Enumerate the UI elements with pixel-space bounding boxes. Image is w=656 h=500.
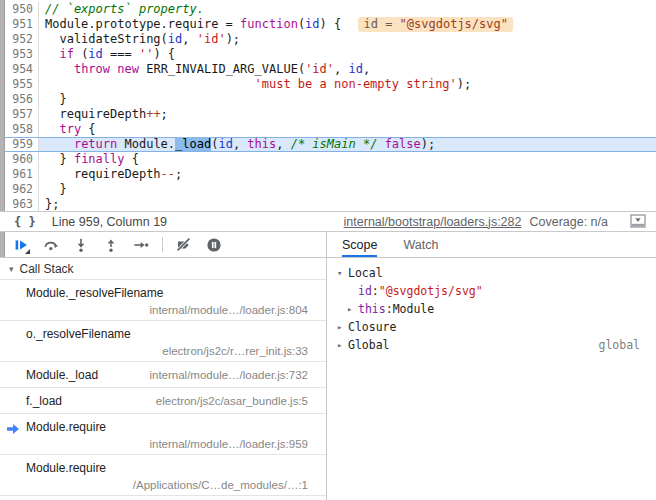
step-over-button[interactable] [42,237,60,253]
tree-expander-icon[interactable]: ▾ [337,264,348,282]
frame-location: internal/module…/loader.js:732 [149,369,308,381]
callstack-header[interactable]: ▾ Call Stack [0,258,326,280]
code-text[interactable]: Module.prototype.require = function(id) … [39,17,656,32]
line-number[interactable]: 957 [5,107,39,122]
callstack-pane: ▾ Call Stack Module._resolveFilenameinte… [0,232,327,500]
line-number[interactable]: 953 [5,47,39,62]
callstack-frame[interactable]: Module.requireinternal/module…/loader.js… [0,414,326,455]
code-text[interactable]: requireDepth++; [39,107,656,122]
code-token: , [182,32,196,46]
code-token: { [81,122,95,136]
tab-scope[interactable]: Scope [342,232,377,257]
callstack-frame[interactable]: f._loadelectron/js2c/asar_bundle.js:5 [0,388,326,414]
code-text[interactable]: return Module._load(id, this, /* isMain … [39,138,656,151]
resume-button[interactable] [12,237,30,253]
cursor-position-label: Line 959, Column 19 [52,215,167,229]
callstack-frame[interactable]: Module._resolveFilenameinternal/module…/… [0,280,326,321]
code-text[interactable]: requireDepth--; [39,167,656,182]
callstack-frame[interactable]: requireinternal/module…/loader.js:… [0,496,326,500]
scope-colon: : [386,300,393,318]
line-number[interactable]: 951 [5,17,39,32]
code-token: Module. [117,137,175,151]
source-editor[interactable]: 950// `exports` property.951Module.proto… [5,0,656,211]
callstack-frame[interactable]: o._resolveFilenameelectron/js2c/r…rer_in… [0,321,326,362]
tree-expander-icon[interactable]: ▸ [337,336,348,354]
code-text[interactable]: 'must be a non-empty string'); [39,77,656,92]
code-token: 'id' [197,32,226,46]
step-into-button[interactable] [72,237,90,253]
code-token [45,122,59,136]
code-text[interactable]: try { [39,122,656,137]
scope-node-closure[interactable]: ▸Closure [332,318,646,336]
code-token: try [59,122,81,136]
code-token: '' [139,47,153,61]
file-location-link[interactable]: internal/bootstrap/loaders.js:282 [344,215,522,229]
inline-eval-badge: id = "@svgdotjs/svg" [358,17,513,32]
scope-node-label: Closure [348,318,396,336]
code-token: /* isMain */ [291,137,378,151]
scope-node-value: Module [393,300,435,318]
line-number[interactable]: 963 [5,197,39,211]
code-token: throw [74,62,110,76]
code-text[interactable]: }; [39,197,656,211]
pause-on-exceptions-button[interactable] [205,237,223,253]
code-text[interactable]: // `exports` property. [39,2,656,17]
line-number[interactable]: 958 [5,122,39,137]
code-token [377,137,384,151]
step-button[interactable] [132,237,150,253]
debugger-toolbar [0,232,326,258]
code-text[interactable]: } [39,92,656,107]
tab-watch[interactable]: Watch [403,232,438,257]
code-line: 953 if (id === '') { [5,47,656,62]
code-token: ) { [320,17,349,31]
callstack-frame[interactable]: Module.require/Applications/C…de_modules… [0,455,326,496]
scope-node-global[interactable]: ▸Globalglobal [332,336,646,354]
scope-pane: Scope Watch ▾Localid: "@svgdotjs/svg"▸th… [327,232,656,500]
code-token: ++ [146,107,160,121]
line-number[interactable]: 952 [5,32,39,47]
code-token: , [363,62,370,76]
code-token: } [45,152,74,166]
code-text[interactable]: } finally { [39,152,656,167]
deactivate-breakpoints-button[interactable] [175,237,193,253]
scope-node-local[interactable]: ▾Local [332,264,646,282]
code-token: ); [457,77,471,91]
panel-toggle-icon[interactable] [630,214,646,230]
code-line: 963}; [5,197,656,211]
tree-expander-icon[interactable]: ▸ [337,318,348,336]
code-token: requireDepth [45,107,146,121]
code-token: finally [74,152,125,166]
execution-line: 959 return Module._load(id, this, /* isM… [5,137,656,152]
code-token: 'must be a non-empty string' [255,77,457,91]
code-token: _load [175,137,211,151]
current-frame-arrow-icon [6,423,20,435]
scope-node-label: Global [348,336,390,354]
line-number[interactable]: 960 [5,152,39,167]
pretty-print-button[interactable]: { } [14,215,36,229]
line-number[interactable]: 955 [5,77,39,92]
code-line: 954 throw new ERR_INVALID_ARG_VALUE('id'… [5,62,656,77]
code-text[interactable]: throw new ERR_INVALID_ARG_VALUE('id', id… [39,62,656,77]
scope-node-this[interactable]: ▸this: Module [332,300,646,318]
frame-location: electron/js2c/asar_bundle.js:5 [156,395,308,407]
line-number[interactable]: 956 [5,92,39,107]
line-number[interactable]: 962 [5,182,39,197]
code-text[interactable]: validateString(id, 'id'); [39,32,656,47]
line-number[interactable]: 961 [5,167,39,182]
code-line: 950// `exports` property. [5,2,656,17]
code-text[interactable]: if (id === '') { [39,47,656,62]
step-out-button[interactable] [102,237,120,253]
line-number[interactable]: 959 [5,138,39,151]
line-number[interactable]: 950 [5,2,39,17]
code-token: } [45,92,67,106]
line-number[interactable]: 954 [5,62,39,77]
code-line: 958 try { [5,122,656,137]
code-token: function [240,17,298,31]
frame-function-name: o._resolveFilename [26,327,131,341]
callstack-frame[interactable]: Module._loadinternal/module…/loader.js:7… [0,362,326,388]
code-token: { [124,152,138,166]
code-token [45,77,255,91]
code-text[interactable]: } [39,182,656,197]
scope-node-id[interactable]: id: "@svgdotjs/svg" [332,282,646,300]
tree-expander-icon[interactable]: ▸ [347,300,358,318]
